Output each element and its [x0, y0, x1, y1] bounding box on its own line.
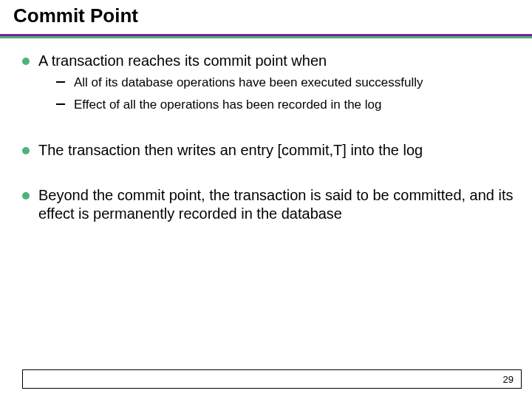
bullet-text: A transaction reaches its commit point w… [38, 52, 327, 70]
divider [0, 34, 532, 38]
bullet-dot-icon [22, 192, 30, 200]
bullet-text: Beyond the commit point, the transaction… [38, 186, 517, 223]
sub-list: All of its database operations have been… [56, 75, 517, 113]
dash-icon [56, 103, 65, 105]
page-number: 29 [503, 374, 514, 385]
slide-title: Commit Point [13, 4, 138, 27]
slide-body: A transaction reaches its commit point w… [22, 52, 517, 228]
sub-text: All of its database operations have been… [74, 75, 423, 91]
bullet-text: The transaction then writes an entry [co… [38, 141, 423, 160]
sub-item: All of its database operations have been… [56, 75, 517, 91]
bullet-dot-icon [22, 58, 30, 65]
slide: Commit Point A transaction reaches its c… [0, 0, 532, 399]
footer-bar: 29 [22, 369, 522, 389]
sub-text: Effect of all the operations has been re… [74, 97, 381, 113]
bullet-item: Beyond the commit point, the transaction… [22, 186, 517, 223]
bullet-item: A transaction reaches its commit point w… [22, 52, 517, 70]
bullet-item: The transaction then writes an entry [co… [22, 141, 517, 160]
bullet-dot-icon [22, 147, 30, 154]
dash-icon [56, 81, 65, 83]
sub-item: Effect of all the operations has been re… [56, 97, 517, 113]
